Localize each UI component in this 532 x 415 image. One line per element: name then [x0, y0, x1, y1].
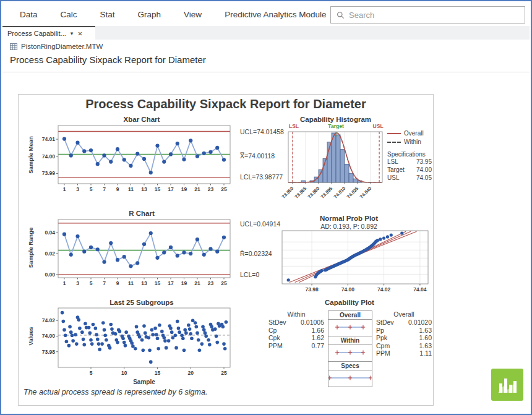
svg-text:5: 5	[90, 280, 93, 286]
overall-stats-table: Overall StDev0.01020Pp1.63Ppk1.60Cpm1.63…	[376, 310, 432, 357]
svg-text:9: 9	[116, 186, 119, 192]
xbar-ucl-label: UCL=74.01458	[240, 128, 284, 135]
overall-line-swatch	[387, 133, 401, 134]
xbar-y-axis-label: Sample Mean	[27, 121, 34, 189]
svg-text:74.00: 74.00	[42, 333, 56, 339]
stat-row: StDev0.01005	[268, 319, 324, 327]
stat-row: Ppk1.60	[376, 334, 432, 342]
svg-text:20: 20	[188, 370, 194, 376]
svg-text:23: 23	[208, 280, 214, 286]
xbar-chart-title: Xbar Chart	[52, 116, 231, 123]
svg-text:23: 23	[208, 186, 214, 192]
svg-text:25: 25	[221, 186, 227, 192]
page-title: Process Capability Sixpack Report for Di…	[10, 54, 206, 65]
svg-text:74.025: 74.025	[346, 186, 360, 200]
normal-prob-plot-title: Normal Prob Plot	[266, 215, 432, 222]
app-window: Data Calc Stat Graph View Predictive Ana…	[0, 0, 532, 415]
worksheet-grid-icon	[10, 43, 17, 50]
svg-text:5: 5	[90, 370, 93, 376]
tab-strip: Process Capabilit... ▾ ✕	[2, 26, 530, 40]
normal-prob-plot: 73.9874.0074.0274.04	[267, 229, 432, 300]
svg-text:19: 19	[181, 186, 187, 192]
menu-graph[interactable]: Graph	[138, 10, 161, 19]
worksheet-link[interactable]: PistonRingDiameter.MTW	[10, 43, 103, 50]
stat-row: Cpm1.63	[376, 342, 432, 350]
svg-text:74.010: 74.010	[333, 186, 347, 200]
menu-bar: Data Calc Stat Graph View Predictive Ana…	[2, 2, 530, 26]
specifications-rows: LSL73.95Target74.00USL74.05	[387, 158, 432, 182]
stat-row: Pp1.63	[376, 327, 432, 335]
svg-text:21: 21	[194, 186, 200, 192]
overall-interval-header: Overall	[328, 310, 372, 320]
specs-interval-header: Specs	[328, 361, 372, 370]
tab-dropdown-icon[interactable]: ▾	[71, 30, 74, 36]
stat-row: Cpk1.62	[268, 334, 324, 342]
capability-plot-title: Capability Plot	[285, 299, 414, 306]
within-interval-header: Within	[328, 336, 372, 345]
svg-text:11: 11	[128, 280, 134, 286]
svg-text:25: 25	[221, 280, 227, 286]
xbar-chart: 74.0174.0073.99135791113151719212325	[33, 123, 238, 199]
minitab-app-icon[interactable]	[491, 369, 523, 401]
legend-overall-label: Overall	[404, 129, 424, 138]
last25-subgroups-chart: 74.0274.0073.98510152025Sample	[33, 306, 238, 390]
svg-text:11: 11	[128, 186, 134, 192]
svg-text:13: 13	[141, 186, 147, 192]
svg-text:21: 21	[194, 280, 200, 286]
svg-text:74.00: 74.00	[341, 286, 355, 293]
search-input[interactable]: Search	[330, 6, 525, 24]
specs-interval	[328, 370, 372, 386]
svg-text:25: 25	[221, 370, 227, 376]
within-stats-table: Within StDev0.01005Cp1.66Cpk1.62PPM0.77	[268, 310, 324, 349]
menu-calc[interactable]: Calc	[61, 10, 77, 19]
worksheet-name: PistonRingDiameter.MTW	[21, 43, 103, 50]
legend-overall: Overall	[387, 129, 432, 138]
menu-stat[interactable]: Stat	[100, 10, 115, 19]
stat-row: USL74.05	[387, 174, 432, 182]
svg-text:73.98: 73.98	[42, 349, 56, 355]
menu-predictive-analytics[interactable]: Predictive Analytics Module	[225, 10, 326, 19]
svg-text:Sample: Sample	[133, 379, 155, 385]
r-chart: 0.040.020.00135791113151719212325	[33, 217, 238, 293]
svg-text:73.950: 73.950	[281, 186, 295, 200]
legend-within: Within	[387, 138, 432, 147]
svg-text:5: 5	[90, 186, 93, 192]
svg-text:1: 1	[63, 186, 66, 192]
svg-text:15: 15	[155, 186, 161, 192]
last25-y-axis-label: Values	[27, 302, 34, 370]
xbar-lcl-label: LCL=73.98777	[240, 173, 283, 181]
within-stats-rows: StDev0.01005Cp1.66Cpk1.62PPM0.77	[268, 319, 324, 349]
within-stats-header: Within	[268, 310, 324, 318]
overall-interval	[328, 319, 372, 335]
svg-text:17: 17	[168, 280, 174, 286]
svg-text:15: 15	[155, 280, 161, 286]
svg-text:73.980: 73.980	[307, 186, 321, 200]
overall-stats-header: Overall	[376, 310, 432, 318]
menu-data[interactable]: Data	[20, 10, 38, 19]
svg-text:1: 1	[63, 280, 66, 286]
svg-text:7: 7	[103, 280, 106, 286]
svg-text:3: 3	[76, 280, 79, 286]
stat-row: LSL73.95	[387, 158, 432, 166]
svg-text:USL: USL	[373, 123, 384, 129]
tab-close-icon[interactable]: ✕	[77, 30, 82, 37]
svg-text:73.98: 73.98	[305, 286, 319, 293]
r-chart-title: R Chart	[52, 210, 231, 217]
capability-intervals: Overall Within Specs	[328, 310, 372, 387]
menu-view[interactable]: View	[184, 10, 202, 19]
tab-process-capability[interactable]: Process Capabilit... ▾ ✕	[2, 26, 95, 40]
divider	[2, 72, 530, 72]
specifications-title: Specifications	[387, 151, 432, 158]
within-interval	[328, 344, 372, 361]
svg-text:10: 10	[121, 370, 127, 376]
svg-text:74.02: 74.02	[377, 286, 391, 293]
overall-stats-rows: StDev0.01020Pp1.63Ppk1.60Cpm1.63PPM1.11	[376, 319, 432, 357]
svg-text:9: 9	[116, 280, 119, 286]
svg-text:19: 19	[181, 280, 187, 286]
stat-row: PPM1.11	[376, 349, 432, 357]
capability-histogram: LSLTargetUSL73.95073.96573.98073.99574.0…	[280, 122, 386, 203]
stat-row: PPM0.77	[268, 342, 324, 350]
within-line-swatch	[387, 142, 401, 143]
report-canvas: Process Capability Sixpack Report for Di…	[18, 94, 434, 406]
report-footnote: The actual process spread is represented…	[24, 388, 207, 396]
